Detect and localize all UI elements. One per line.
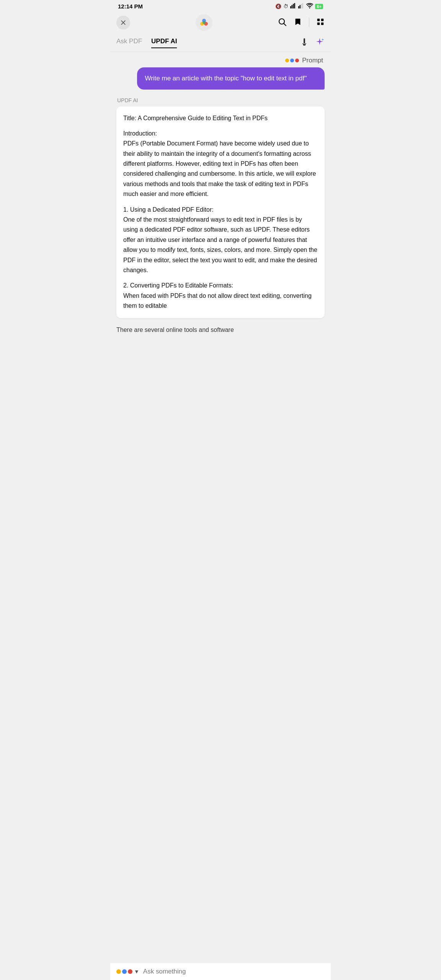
search-icon — [278, 17, 287, 26]
svg-rect-2 — [293, 4, 294, 8]
search-button[interactable] — [278, 17, 287, 28]
close-icon — [120, 20, 126, 26]
svg-line-15 — [284, 24, 286, 26]
ai-section2-body: When faced with PDFs that do not allow d… — [123, 292, 312, 309]
tab-ask-pdf[interactable]: Ask PDF — [116, 38, 142, 48]
alarm-icon: ⏱ — [283, 3, 288, 9]
prompt-dots — [285, 59, 299, 62]
close-button[interactable] — [116, 16, 130, 29]
ai-section2-heading: 2. Converting PDFs to Editable Formats: — [123, 282, 233, 289]
chat-area: Prompt Write me an article with the topi… — [110, 52, 331, 323]
sound-icon: 🔇 — [275, 3, 281, 9]
nav-left — [116, 16, 130, 29]
app-logo-icon — [199, 17, 209, 28]
status-icons: 🔇 ⏱ 6+ — [275, 3, 323, 10]
ai-section1-heading: 1. Using a Dedicated PDF Editor: — [123, 206, 214, 213]
grid-icon — [316, 18, 325, 26]
prompt-label: Prompt — [302, 57, 323, 64]
ai-intro-body: PDFs (Portable Document Format) have bec… — [123, 140, 316, 197]
tabs: Ask PDF UPDF AI — [116, 38, 177, 48]
ai-section1-body: One of the most straightforward ways to … — [123, 216, 317, 273]
bookmark-icon — [294, 18, 302, 26]
app-logo-button[interactable] — [196, 14, 212, 31]
brush-button[interactable] — [299, 37, 309, 49]
prompt-row: Prompt — [116, 57, 325, 64]
nav-bar — [110, 11, 331, 34]
ai-section1: 1. Using a Dedicated PDF Editor: One of … — [123, 205, 318, 276]
user-message-text: Write me an article with the topic "how … — [145, 75, 307, 82]
ai-intro-heading: Introduction: — [123, 130, 157, 137]
svg-rect-20 — [304, 38, 305, 44]
ai-card-text: Title: A Comprehensive Guide to Editing … — [123, 113, 318, 311]
svg-rect-0 — [290, 6, 291, 8]
tab-right-icons — [299, 37, 325, 49]
svg-rect-7 — [302, 3, 304, 8]
ai-response-label: UPDF AI — [116, 97, 325, 103]
ai-intro: Introduction: PDFs (Portable Document Fo… — [123, 129, 318, 199]
sparkle-icon — [315, 37, 325, 47]
tab-updf-ai[interactable]: UPDF AI — [151, 38, 177, 48]
dot-yellow — [285, 59, 289, 62]
svg-rect-21 — [303, 44, 305, 46]
nav-right — [278, 17, 325, 28]
svg-rect-4 — [298, 6, 299, 8]
overflow-text-content: There are several online tools and softw… — [116, 327, 234, 333]
brush-icon — [299, 37, 309, 47]
tab-bar: Ask PDF UPDF AI — [110, 34, 331, 52]
dot-blue — [290, 59, 294, 62]
nav-divider — [309, 18, 309, 27]
svg-point-13 — [203, 21, 206, 24]
status-time: 12:14 PM — [118, 3, 143, 10]
ai-section2: 2. Converting PDFs to Editable Formats: … — [123, 281, 318, 311]
svg-rect-17 — [321, 19, 323, 21]
svg-rect-1 — [292, 5, 293, 8]
status-bar: 12:14 PM 🔇 ⏱ — [110, 0, 331, 11]
svg-rect-18 — [317, 23, 320, 25]
svg-rect-16 — [317, 19, 320, 21]
wifi-icon — [306, 3, 313, 10]
svg-rect-6 — [301, 4, 302, 8]
overflow-text: There are several online tools and softw… — [110, 323, 331, 362]
ai-title: Title: A Comprehensive Guide to Editing … — [123, 113, 318, 123]
sparkle-button[interactable] — [315, 37, 325, 49]
svg-rect-19 — [321, 23, 323, 25]
svg-rect-3 — [294, 3, 296, 8]
svg-rect-5 — [300, 5, 301, 8]
signal-icon — [290, 3, 296, 10]
nav-center — [196, 14, 212, 31]
user-message-bubble: Write me an article with the topic "how … — [137, 67, 325, 90]
dot-red — [295, 59, 299, 62]
ai-response-card: Title: A Comprehensive Guide to Editing … — [116, 106, 325, 318]
signal2-icon — [298, 3, 304, 10]
grid-button[interactable] — [316, 18, 325, 28]
bookmark-button[interactable] — [294, 18, 302, 28]
battery-icon: 6+ — [315, 4, 323, 9]
